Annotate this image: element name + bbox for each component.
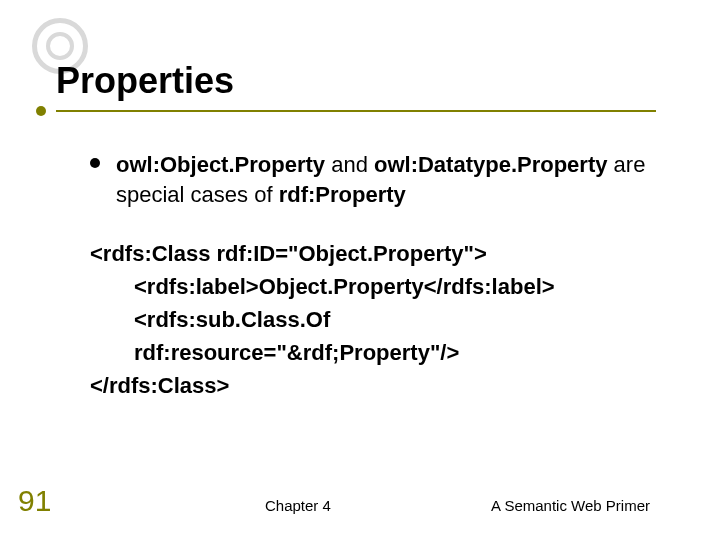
bullet-item: owl:Object.Property and owl:Datatype.Pro…	[90, 150, 660, 209]
code-line: <rdfs:label>Object.Property</rdfs:label>	[90, 270, 660, 303]
bold-term-1: owl:Object.Property	[116, 152, 325, 177]
bullet-icon	[90, 158, 100, 168]
footer-book-title: A Semantic Web Primer	[491, 497, 650, 514]
text-span: and	[325, 152, 374, 177]
bold-term-3: rdf:Property	[279, 182, 406, 207]
slide-title: Properties	[56, 60, 234, 102]
slide: Properties owl:Object.Property and owl:D…	[0, 0, 720, 540]
footer-chapter: Chapter 4	[265, 497, 331, 514]
content-area: owl:Object.Property and owl:Datatype.Pro…	[90, 150, 660, 402]
page-number: 91	[18, 484, 51, 518]
code-line: <rdfs:sub.Class.Of rdf:resource="&rdf;Pr…	[90, 303, 660, 369]
bold-term-2: owl:Datatype.Property	[374, 152, 608, 177]
code-line: </rdfs:Class>	[90, 373, 229, 398]
code-line: <rdfs:Class rdf:ID="Object.Property">	[90, 241, 487, 266]
bullet-text: owl:Object.Property and owl:Datatype.Pro…	[116, 150, 660, 209]
code-block: <rdfs:Class rdf:ID="Object.Property"> <r…	[90, 237, 660, 402]
title-rule-dot	[36, 106, 46, 116]
title-rule	[56, 110, 656, 112]
ornament-inner-circle	[46, 32, 74, 60]
